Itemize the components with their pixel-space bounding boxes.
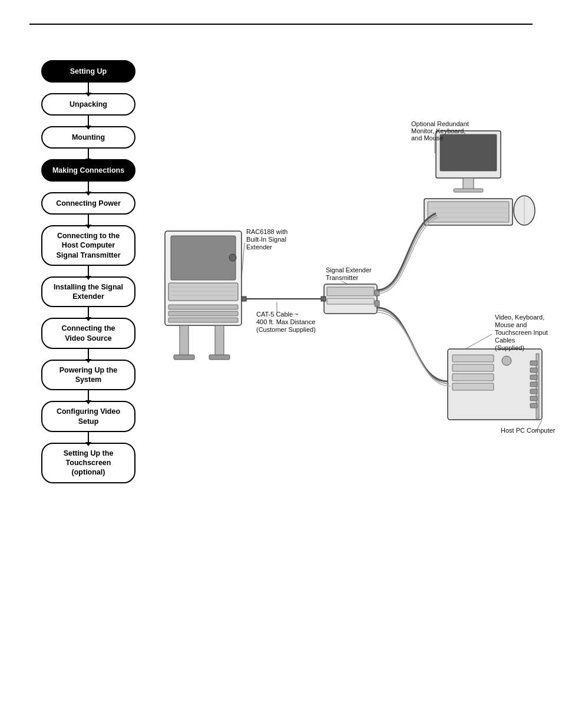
flow-node-connecting-video: Connecting the Video Source [41,318,135,349]
svg-text:Touchscreen Input: Touchscreen Input [495,329,548,336]
flow-node-connecting-host: Connecting to the Host Computer Signal T… [41,225,135,266]
svg-text:Mouse and: Mouse and [495,321,527,328]
svg-rect-11 [168,305,238,309]
flow-arrow-configuring-video [88,432,89,443]
flow-arrow-connecting-video [88,349,89,360]
flow-arrow-connecting-power [88,215,89,225]
svg-rect-12 [168,311,238,316]
svg-text:(Supplied): (Supplied) [495,344,524,351]
svg-text:Monitor, Keyboard,: Monitor, Keyboard, [411,127,465,134]
cat5-label: CAT-5 Cable ~ [256,311,299,318]
svg-rect-9 [209,355,230,360]
svg-text:400 ft. Max Distance: 400 ft. Max Distance [256,318,315,325]
svg-rect-18 [375,301,379,307]
flow-node-setting-up-touchscreen: Setting Up the Touchscreen (optional) [41,443,135,483]
video-keyboard-label: Video, Keyboard, [495,314,544,321]
svg-rect-2 [168,283,238,301]
flowchart: Setting UpUnpackingMountingMaking Connec… [29,60,147,483]
svg-text:and Mouse: and Mouse [411,134,443,141]
signal-extender-device [324,284,379,314]
flow-arrow-mounting [88,149,89,159]
svg-rect-37 [530,361,537,365]
svg-rect-41 [530,389,537,394]
flow-arrow-unpacking [88,116,89,126]
svg-rect-7 [215,325,224,358]
svg-rect-15 [327,287,374,296]
svg-line-62 [465,334,492,349]
flow-arrow-setting-up [88,83,89,93]
signal-extender-label: Signal Extender [326,266,372,274]
host-pc-device [448,349,542,420]
svg-text:Extender: Extender [246,243,272,251]
page: Setting UpUnpackingMountingMaking Connec… [0,0,562,728]
svg-rect-31 [452,355,494,362]
content-area: Setting UpUnpackingMountingMaking Connec… [29,60,533,483]
svg-text:Built-In Signal: Built-In Signal [246,236,286,243]
svg-rect-16 [327,298,374,304]
svg-rect-33 [452,374,494,381]
svg-rect-20 [440,134,497,171]
monitor-keyboard-device [424,131,535,225]
host-pc-label: Host PC Computer [501,427,556,434]
svg-rect-40 [530,382,537,387]
connection-diagram: Optional Redundant Monitor, Keyboard, an… [159,60,560,485]
svg-rect-13 [168,318,238,322]
optional-redundant-label: Optional Redundant [411,120,469,127]
svg-rect-46 [321,297,326,301]
svg-point-10 [229,254,236,261]
svg-rect-38 [530,368,537,373]
svg-point-35 [502,356,511,365]
rac6188-label: RAC6188 with [246,228,287,235]
svg-rect-1 [171,236,236,280]
svg-rect-43 [530,403,537,408]
cat5-cable [242,297,326,301]
diagram-area: Optional Redundant Monitor, Keyboard, an… [159,60,533,473]
svg-rect-21 [463,178,474,190]
svg-text:Transmitter: Transmitter [326,274,359,281]
flow-arrow-installing-extender [88,307,89,318]
flow-node-installing-extender: Installing the Signal Extender [41,276,135,308]
svg-rect-22 [454,189,483,192]
flow-node-configuring-video: Configuring Video Setup [41,401,135,432]
cables-to-host-pc [377,308,450,386]
svg-text:(Customer Supplied): (Customer Supplied) [256,326,316,333]
svg-rect-8 [174,355,194,360]
svg-rect-24 [428,202,509,222]
svg-rect-39 [530,375,537,380]
svg-rect-34 [452,383,494,390]
flow-node-powering-up: Powering Up the System [41,360,135,391]
flow-arrow-connecting-host [88,266,89,276]
rac6188-device [165,231,242,360]
flow-arrow-powering-up [88,390,89,401]
flow-arrow-making-connections [88,182,89,192]
flow-node-setting-up: Setting Up [41,60,135,83]
svg-rect-32 [452,364,494,371]
svg-text:Cables: Cables [495,337,515,344]
svg-rect-6 [180,325,189,358]
svg-rect-42 [530,396,537,401]
top-divider [29,24,533,25]
svg-rect-45 [242,297,246,301]
